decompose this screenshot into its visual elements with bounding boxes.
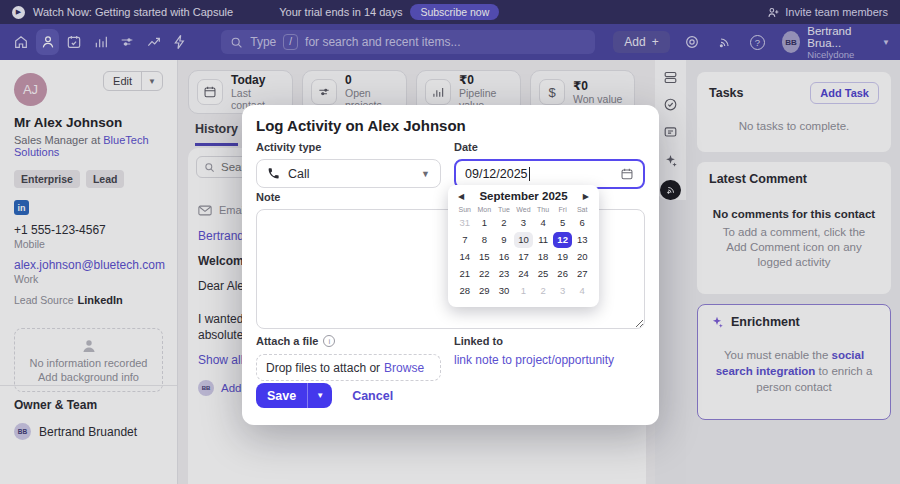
calendar-day-header: Sat [572,206,592,213]
calendar-day[interactable]: 20 [572,249,592,265]
date-label: Date [454,141,645,153]
calendar-day[interactable]: 6 [572,215,592,231]
save-button-label[interactable]: Save [256,389,307,403]
date-picker-popup: ◀ September 2025 ▶ SunMonTueWedThuFriSat… [448,185,599,307]
phone-icon [267,167,280,180]
calendar-day[interactable]: 7 [455,232,475,248]
calendar-day[interactable]: 12 [553,232,573,248]
chevron-down-icon: ▼ [421,169,430,179]
calendar-day[interactable]: 14 [455,249,475,265]
calendar-day-header: Mon [475,206,495,213]
calendar-day[interactable]: 28 [455,283,475,299]
calendar-day[interactable]: 4 [533,215,553,231]
browse-files-link[interactable]: Browse [384,361,424,375]
calendar-day[interactable]: 25 [533,266,553,282]
calendar-day[interactable]: 2 [494,215,514,231]
text-caret [529,167,530,181]
file-drop-zone[interactable]: Drop files to attach or Browse [256,354,441,381]
calendar-day[interactable]: 15 [475,249,495,265]
linked-to-field: Linked to link note to project/opportuni… [454,335,614,368]
calendar-day[interactable]: 13 [572,232,592,248]
calendar-day-header: Sun [455,206,475,213]
calendar-day[interactable]: 22 [475,266,495,282]
calendar-day[interactable]: 30 [494,283,514,299]
calendar-day[interactable]: 16 [494,249,514,265]
calendar-day[interactable]: 26 [553,266,573,282]
info-icon[interactable]: i [323,335,335,347]
calendar-day[interactable]: 2 [533,283,553,299]
calendar-day[interactable]: 9 [494,232,514,248]
prev-month-button[interactable]: ◀ [458,192,464,201]
calendar-day[interactable]: 18 [533,249,553,265]
calendar-day[interactable]: 10 [514,232,534,248]
calendar-day[interactable]: 24 [514,266,534,282]
capsule-crm-app: ▶ Watch Now: Getting started with Capsul… [0,0,900,484]
calendar-day[interactable]: 19 [553,249,573,265]
date-field: Date 09/12/2025 [454,141,645,189]
calendar-day[interactable]: 21 [455,266,475,282]
calendar-day[interactable]: 1 [514,283,534,299]
attach-file-label: Attach a file [256,335,318,347]
calendar-month-label: September 2025 [479,190,567,202]
calendar-day-header: Fri [553,206,573,213]
calendar-day[interactable]: 11 [533,232,553,248]
calendar-day-header: Thu [533,206,553,213]
linked-to-label: Linked to [454,335,614,347]
calendar-grid: 3112345678910111213141516171819202122232… [455,215,592,299]
calendar-day-header: Wed [514,206,534,213]
cancel-button[interactable]: Cancel [352,389,393,403]
calendar-day[interactable]: 31 [455,215,475,231]
calendar-day[interactable]: 3 [553,283,573,299]
activity-type-label: Activity type [256,141,441,153]
attach-field: Attach a file i Drop files to attach or … [256,335,441,381]
calendar-day[interactable]: 17 [514,249,534,265]
calendar-day[interactable]: 29 [475,283,495,299]
calendar-day[interactable]: 8 [475,232,495,248]
calendar-day[interactable]: 27 [572,266,592,282]
next-month-button[interactable]: ▶ [583,192,589,201]
calendar-day[interactable]: 4 [572,283,592,299]
calendar-day-header: Tue [494,206,514,213]
calendar-day[interactable]: 1 [475,215,495,231]
calendar-day[interactable]: 23 [494,266,514,282]
calendar-day[interactable]: 5 [553,215,573,231]
calendar-day[interactable]: 3 [514,215,534,231]
calendar-icon[interactable] [620,167,634,181]
modal-title: Log Activity on Alex Johnson [256,117,645,134]
link-note-link[interactable]: link note to project/opportunity [454,353,614,367]
activity-type-value: Call [288,167,310,181]
save-split-button[interactable]: Save ▼ [256,383,332,408]
chevron-down-icon[interactable]: ▼ [308,391,332,400]
calendar-day-row: SunMonTueWedThuFriSat [455,206,592,213]
activity-type-select[interactable]: Call ▼ [256,159,441,188]
